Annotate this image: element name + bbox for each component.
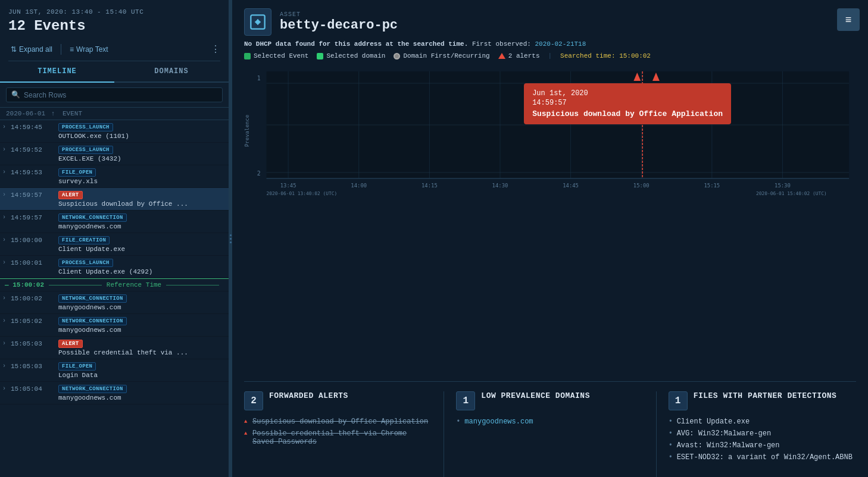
event-label: survey.xls (58, 178, 189, 185)
svg-text:13:45: 13:45 (280, 183, 296, 189)
network-connection-badge: NETWORK_CONNECTION (58, 317, 127, 325)
event-time: 15:05:02 (11, 316, 58, 325)
event-time: 15:00:01 (11, 258, 58, 266)
event-time: 14:59:57 (11, 213, 58, 221)
event-label: manygoodnews.com (58, 394, 189, 401)
svg-text:15:15: 15:15 (704, 183, 720, 189)
legend-selected-domain: Selected domain (317, 52, 385, 59)
legend-selected-event: Selected Event (244, 52, 308, 59)
legend-searched-time: Searched time: 15:00:02 (560, 52, 651, 59)
event-time: 15:05:03 (11, 339, 58, 347)
svg-text:14:30: 14:30 (492, 183, 508, 189)
reference-time-value: — 15:00:02 (5, 281, 44, 288)
event-time: 14:59:53 (11, 168, 58, 176)
event-content: NETWORK_CONNECTION manygoodnews.com (58, 316, 225, 334)
first-observed-label: First observed: (472, 40, 535, 48)
event-time: 15:05:04 (11, 384, 58, 393)
tab-domains[interactable]: DOMAINS (114, 61, 229, 83)
chevron-right-icon: › (2, 384, 11, 392)
tabs-row: TIMELINE DOMAINS (0, 61, 229, 83)
tab-timeline[interactable]: TIMELINE (0, 61, 114, 83)
table-row[interactable]: › 15:05:03 ALERT Possible credential the… (0, 337, 229, 359)
chevron-right-icon: › (2, 236, 11, 243)
event-time: 15:00:00 (11, 236, 58, 244)
drag-dot (230, 241, 232, 243)
svg-text:14:15: 14:15 (421, 183, 438, 189)
reference-time-line (49, 285, 102, 285)
event-content: PROCESS_LAUNCH Client Update.exe (4292) (58, 258, 225, 275)
toolbar: ⇅ Expand all ≡ Wrap Text ⋮ (8, 40, 220, 61)
event-content: FILE_CREATION Client Update.exe (58, 236, 225, 253)
selected-event-dot (244, 53, 251, 59)
search-input[interactable] (24, 91, 217, 99)
table-row[interactable]: › 14:59:45 PROCESS_LAUNCH OUTLOOK.exe (1… (0, 120, 229, 143)
dhcp-bar: No DHCP data found for this address at t… (244, 40, 856, 48)
stat-header: 1 FILES WITH PARTNER DETECTIONS (669, 391, 856, 410)
event-content: NETWORK_CONNECTION manygoodnews.com (58, 213, 225, 230)
chevron-right-icon: › (2, 168, 11, 175)
list-item: Suspicious download by Office Applicatio… (244, 418, 432, 426)
expand-all-button[interactable]: ⇅ Expand all (8, 44, 55, 55)
table-row[interactable]: › 15:05:03 FILE_OPEN Login Data (0, 359, 229, 382)
events-count: 12 Events (8, 18, 220, 34)
chart-tooltip: Jun 1st, 2020 14:59:57 Suspicious downlo… (524, 83, 731, 124)
svg-text:2020-06-01 15:40:02 (UTC): 2020-06-01 15:40:02 (UTC) (756, 191, 827, 196)
events-list: › 14:59:45 PROCESS_LAUNCH OUTLOOK.exe (1… (0, 120, 229, 477)
dhcp-message: No DHCP data found for this address at t… (244, 40, 468, 48)
table-row[interactable]: › 15:00:02 NETWORK_CONNECTION manygoodne… (0, 291, 229, 314)
tooltip-time: 14:59:57 (532, 99, 723, 107)
table-row[interactable]: › 14:59:52 PROCESS_LAUNCH EXCEL.EXE (343… (0, 143, 229, 165)
selected-event-label: Selected Event (254, 52, 308, 59)
event-label: Suspicious download by Office ... (58, 200, 189, 208)
event-label: EXCEL.EXE (3432) (58, 155, 189, 162)
stat-title: LOW PREVALENCE DOMAINS (481, 391, 590, 401)
alert-text: Suspicious download by Office Applicatio… (252, 418, 428, 426)
process-launch-badge: PROCESS_LAUNCH (58, 146, 113, 154)
event-content: PROCESS_LAUNCH OUTLOOK.exe (1101) (58, 123, 225, 140)
table-row[interactable]: › 15:00:00 FILE_CREATION Client Update.e… (0, 233, 229, 256)
alerts-triangle (498, 53, 505, 59)
legend-row: Selected Event Selected domain Domain Fi… (244, 52, 856, 59)
alerts-count: 2 alerts (508, 52, 540, 59)
event-label: Possible credential theft via ... (58, 349, 189, 356)
filter-button[interactable]: ≡ (837, 8, 860, 31)
event-label: OUTLOOK.exe (1101) (58, 133, 189, 140)
event-content: ALERT Suspicious download by Office ... (58, 190, 225, 208)
svg-text:14:00: 14:00 (351, 183, 367, 189)
event-label: manygoodnews.com (58, 223, 189, 230)
table-row[interactable]: › 14:59:57 NETWORK_CONNECTION manygoodne… (0, 211, 229, 233)
table-row[interactable]: › 15:00:01 PROCESS_LAUNCH Client Update.… (0, 256, 229, 278)
table-row[interactable]: › 15:05:02 NETWORK_CONNECTION manygoodne… (0, 314, 229, 337)
list-item: manygoodnews.com (456, 418, 644, 426)
chart-area: Jun 1st, 2020 14:59:57 Suspicious downlo… (244, 65, 856, 381)
partner-detections-list: Client Update.exe AVG: Win32:Malware-gen… (669, 418, 856, 462)
forwarded-alerts-card: 2 FORWARDED ALERTS Suspicious download b… (244, 391, 444, 477)
table-row[interactable]: › 15:05:04 NETWORK_CONNECTION manygoodne… (0, 382, 229, 404)
stat-number: 1 (456, 391, 475, 410)
network-connection-badge: NETWORK_CONNECTION (58, 294, 127, 303)
drag-dot (230, 234, 232, 236)
event-content: NETWORK_CONNECTION manygoodnews.com (58, 294, 225, 311)
file-open-badge: FILE_OPEN (58, 362, 96, 371)
asset-info: ASSET betty-decaro-pc (280, 11, 398, 33)
stat-title: FILES WITH PARTNER DETECTIONS (694, 391, 837, 401)
reference-time-row: — 15:00:02 Reference Time (0, 278, 229, 291)
chevron-right-icon: › (2, 258, 11, 266)
event-content: FILE_OPEN survey.xls (58, 168, 225, 185)
domain-first-circle (394, 53, 400, 59)
bottom-stats: 2 FORWARDED ALERTS Suspicious download b… (244, 381, 856, 477)
date-range: JUN 1ST, 2020: 13:40 - 15:40 UTC (8, 8, 220, 15)
first-observed-link[interactable]: 2020-02-21T18 (535, 40, 586, 48)
wrap-text-button[interactable]: ≡ Wrap Text (67, 44, 111, 55)
filter-icon: ≡ (845, 14, 852, 26)
right-panel-inner: ASSET betty-decaro-pc No DHCP data found… (232, 0, 868, 477)
more-options-button[interactable]: ⋮ (211, 43, 220, 55)
table-row[interactable]: › 14:59:57 ALERT Suspicious download by … (0, 188, 229, 211)
stat-number: 1 (669, 391, 688, 410)
event-label: Login Data (58, 372, 189, 379)
domain-link[interactable]: manygoodnews.com (464, 418, 533, 426)
chevron-right-icon: › (2, 213, 11, 221)
table-row[interactable]: › 14:59:53 FILE_OPEN survey.xls (0, 165, 229, 188)
asset-label: ASSET (280, 11, 398, 18)
svg-point-1 (256, 20, 260, 24)
